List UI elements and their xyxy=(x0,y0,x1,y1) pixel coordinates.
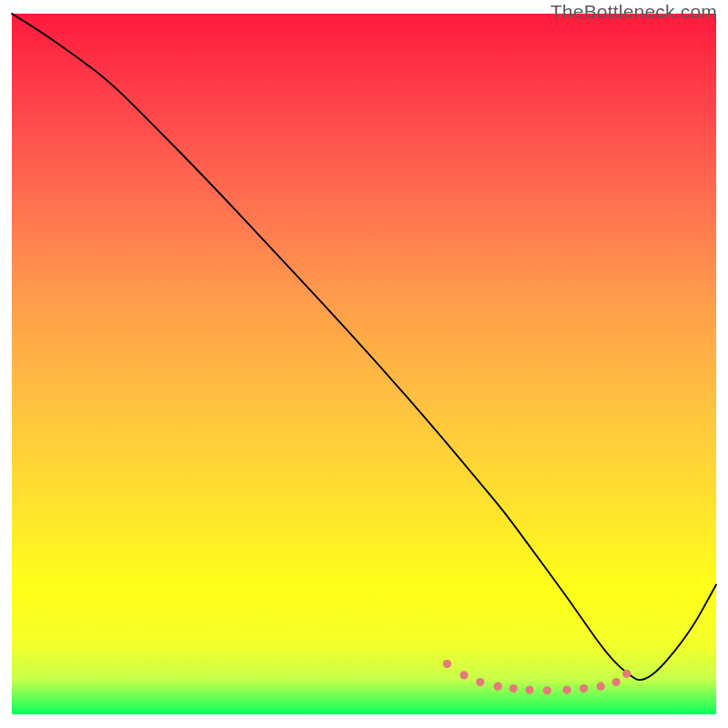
trough-marker xyxy=(509,684,517,693)
trough-marker xyxy=(460,671,468,679)
plot-area xyxy=(12,14,716,714)
watermark-text: TheBottleneck.com xyxy=(551,1,717,23)
trough-marker xyxy=(580,684,588,693)
trough-marker xyxy=(525,685,533,693)
trough-marker xyxy=(476,678,484,686)
trough-marker xyxy=(612,678,620,686)
trough-marker xyxy=(622,670,631,678)
trough-marker xyxy=(596,682,604,691)
trough-marker xyxy=(562,685,571,693)
trough-marker xyxy=(543,686,551,694)
trough-marker xyxy=(443,660,451,668)
chart-container: TheBottleneck.com xyxy=(0,0,728,728)
curve-layer xyxy=(12,14,716,680)
chart-svg xyxy=(12,14,716,714)
trough-marker xyxy=(493,682,501,691)
trough-markers-group xyxy=(443,660,632,695)
main-curve-path xyxy=(12,14,716,680)
